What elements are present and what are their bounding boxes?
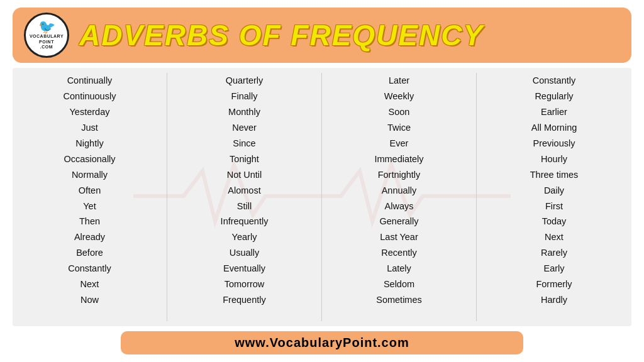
footer-url: www.VocabularyPoint.com — [121, 336, 523, 350]
list-item: First — [545, 199, 563, 214]
list-item: Alomost — [228, 183, 260, 199]
list-item: Generally — [379, 214, 418, 229]
list-item: Before — [76, 245, 103, 261]
list-item: Last Year — [380, 229, 418, 245]
list-item: Daily — [544, 183, 564, 199]
list-item: Next — [545, 229, 564, 245]
list-item: Since — [233, 136, 255, 151]
list-item: Normally — [72, 167, 108, 183]
list-item: Three times — [530, 167, 579, 183]
list-item: Still — [237, 199, 252, 214]
list-item: Early — [543, 261, 564, 277]
list-item: Today — [542, 214, 567, 229]
list-item: Sometimes — [376, 292, 422, 308]
column-3: LaterWeeklySoonTwiceEverImmediatelyFortn… — [322, 73, 477, 321]
list-item: Lately — [387, 261, 411, 277]
list-item: Earlier — [541, 104, 567, 120]
header-banner: 🐦 VOCABULARY POINT .COM ADVERBS OF FREQU… — [13, 8, 631, 63]
list-item: Seldom — [384, 277, 414, 292]
list-item: Never — [232, 120, 257, 136]
list-item: All Morning — [531, 120, 577, 136]
list-item: Twice — [387, 120, 411, 136]
list-item: Tomorrow — [225, 277, 265, 292]
column-1: ContinuallyContinuouslyYesterdayJustNigh… — [13, 73, 167, 321]
list-item: Often — [79, 183, 101, 199]
logo-icon: 🐦 — [38, 20, 55, 34]
list-item: Yet — [83, 199, 96, 214]
list-item: Formerly — [536, 277, 572, 292]
list-item: Weekly — [384, 89, 414, 104]
list-item: Constantly — [68, 261, 111, 277]
list-item: Fortnightly — [378, 167, 421, 183]
list-item: Regularly — [535, 89, 573, 104]
list-item: Recently — [381, 245, 416, 261]
list-item: Usually — [230, 245, 260, 261]
list-item: Rarely — [541, 245, 567, 261]
list-item: Frequently — [223, 292, 266, 308]
list-item: Annually — [382, 183, 417, 199]
list-item: Continually — [67, 73, 113, 89]
list-item: Hardly — [541, 292, 567, 308]
footer-banner: www.VocabularyPoint.com — [121, 331, 523, 354]
logo-text-2: POINT — [39, 40, 54, 45]
list-item: Always — [385, 199, 414, 214]
list-item: Occasionally — [64, 151, 115, 167]
list-item: Next — [80, 277, 99, 292]
list-item: Constantly — [533, 73, 576, 89]
list-item: Quarterly — [226, 73, 264, 89]
list-item: Not Until — [227, 167, 262, 183]
list-item: Now — [80, 292, 99, 308]
column-4: ConstantlyRegularlyEarlierAll MorningPre… — [477, 73, 631, 321]
logo: 🐦 VOCABULARY POINT .COM — [24, 13, 69, 58]
list-item: Continuously — [64, 89, 116, 104]
word-columns: ContinuallyContinuouslyYesterdayJustNigh… — [13, 73, 631, 321]
list-item: Immediately — [374, 151, 423, 167]
list-item: Soon — [389, 104, 410, 120]
list-item: Already — [74, 229, 105, 245]
page-title: ADVERBS OF FREQUENCY — [79, 18, 484, 52]
list-item: Finally — [231, 89, 258, 104]
list-item: Nightly — [75, 136, 103, 151]
logo-text-1: VOCABULARY — [30, 34, 64, 39]
list-item: Then — [79, 214, 100, 229]
list-item: Monthly — [228, 104, 260, 120]
list-item: Eventually — [223, 261, 265, 277]
list-item: Yesterday — [70, 104, 110, 120]
content-area: ContinuallyContinuouslyYesterdayJustNigh… — [13, 68, 631, 326]
list-item: Hourly — [541, 151, 567, 167]
logo-text-3: .COM — [40, 45, 53, 50]
list-item: Just — [81, 120, 98, 136]
list-item: Yearly — [232, 229, 257, 245]
column-2: QuarterlyFinallyMonthlyNeverSinceTonight… — [167, 73, 322, 321]
list-item: Ever — [390, 136, 409, 151]
list-item: Later — [389, 73, 409, 89]
list-item: Infrequently — [221, 214, 269, 229]
list-item: Previously — [533, 136, 575, 151]
list-item: Tonight — [230, 151, 259, 167]
